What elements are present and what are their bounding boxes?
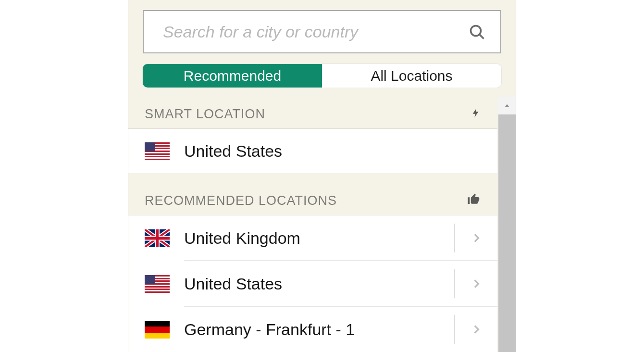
tab-segmented-control: Recommended All Locations <box>143 64 501 88</box>
svg-line-1 <box>480 35 484 39</box>
flag-icon-us <box>145 142 170 160</box>
tab-recommended[interactable]: Recommended <box>143 64 322 88</box>
section-header-recommended: RECOMMENDED LOCATIONS <box>128 173 497 215</box>
tab-all-locations[interactable]: All Locations <box>322 64 501 88</box>
search-field[interactable] <box>143 10 501 53</box>
svg-rect-6 <box>145 237 170 239</box>
flag-icon-de <box>145 321 170 339</box>
section-header-smart-location: SMART LOCATION <box>128 88 497 129</box>
scroll-up-button[interactable] <box>498 97 516 114</box>
location-row-germany-frankfurt-1[interactable]: Germany - Frankfurt - 1 <box>128 307 497 352</box>
expand-button[interactable] <box>454 269 497 298</box>
location-row-united-kingdom[interactable]: United Kingdom <box>128 215 497 261</box>
location-label: United States <box>184 275 454 293</box>
thumbs-up-icon <box>467 192 481 208</box>
flag-icon-uk <box>145 229 170 247</box>
expand-button[interactable] <box>454 224 497 252</box>
smart-location-row[interactable]: United States <box>128 129 497 173</box>
svg-point-0 <box>471 26 481 36</box>
search-input[interactable] <box>144 11 500 52</box>
section-title-smart: SMART LOCATION <box>145 107 265 122</box>
search-icon <box>469 24 486 41</box>
location-row-united-states[interactable]: United States <box>128 261 497 307</box>
svg-marker-7 <box>505 104 509 107</box>
location-label: United Kingdom <box>184 229 454 248</box>
location-label: Germany - Frankfurt - 1 <box>184 320 454 339</box>
scrollbar-thumb[interactable] <box>498 114 516 352</box>
expand-button[interactable] <box>454 315 497 344</box>
flag-icon-us <box>145 275 170 293</box>
section-title-recommended: RECOMMENDED LOCATIONS <box>145 193 337 208</box>
smart-location-label: United States <box>184 142 497 161</box>
location-picker-panel: Recommended All Locations SMART LOCATION… <box>128 0 516 352</box>
bolt-icon <box>471 106 481 122</box>
